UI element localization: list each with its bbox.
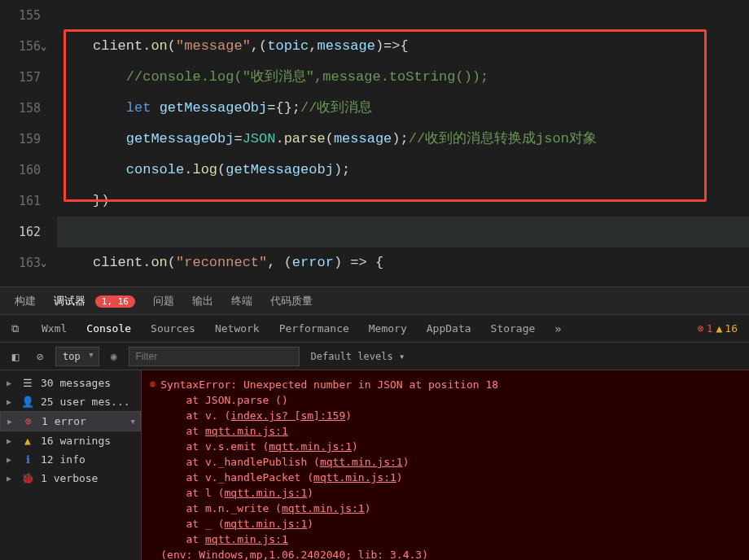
console-sidebar: ▶☰30 messages ▶👤25 user mes... ▶⊗1 error… — [0, 370, 142, 560]
line-number: 158 — [0, 93, 57, 124]
fold-icon[interactable]: ⌄ — [41, 41, 46, 52]
tabs-more-icon[interactable]: » — [554, 322, 561, 335]
context-select[interactable]: top — [55, 347, 99, 366]
error-icon: ⊗ — [698, 322, 704, 335]
sidebar-error[interactable]: ▶⊗1 error — [0, 411, 141, 431]
code-line[interactable] — [57, 0, 749, 31]
user-icon: 👤 — [21, 396, 34, 408]
sidebar-verbose[interactable]: ▶🐞1 verbose — [0, 469, 141, 488]
tab-terminal[interactable]: 终端 — [231, 294, 252, 308]
tab-network[interactable]: Network — [215, 322, 260, 335]
inspect-icon[interactable]: ⧉ — [11, 322, 19, 335]
tab-debugger[interactable]: 调试器 1, 16 — [54, 294, 135, 308]
sidebar-messages[interactable]: ▶☰30 messages — [0, 374, 141, 392]
code-line[interactable]: }) — [57, 186, 749, 217]
devtools-tabs: ⧉ Wxml Console Sources Network Performan… — [0, 315, 749, 343]
stack-line: at JSON.parse () — [160, 392, 498, 408]
tab-sources[interactable]: Sources — [151, 322, 195, 335]
code-line[interactable]: //console.log("收到消息",message.toString())… — [57, 62, 749, 93]
code-line[interactable] — [57, 217, 749, 247]
list-icon: ☰ — [21, 377, 34, 389]
stack-line: at _ (mqtt.min.js:1) — [160, 516, 498, 532]
warning-count-badge[interactable]: ▲ 16 — [716, 322, 738, 335]
tab-quality[interactable]: 代码质量 — [270, 294, 313, 308]
error-title: SyntaxError: Unexpected number in JSON a… — [160, 377, 498, 392]
line-number: 156 — [0, 31, 57, 62]
code-line[interactable]: client.on("message",(topic,message)=>{ — [57, 31, 749, 62]
tab-performance[interactable]: Performance — [279, 322, 349, 335]
sidebar-toggle-icon[interactable]: ◧ — [7, 350, 24, 363]
stack-line: at v._handlePacket (mqtt.min.js:1) — [160, 470, 498, 485]
error-env: (env: Windows,mp,1.06.2402040; lib: 3.4.… — [160, 547, 498, 560]
stack-line: at mqtt.min.js:1 — [160, 423, 498, 439]
error-stack: SyntaxError: Unexpected number in JSON a… — [160, 377, 498, 560]
stack-line: at v.s.emit (mqtt.min.js:1) — [160, 439, 498, 454]
tab-storage[interactable]: Storage — [491, 322, 536, 335]
clear-console-icon[interactable]: ⊘ — [31, 350, 49, 363]
stack-line: at m.n._write (mqtt.min.js:1) — [160, 501, 498, 516]
tab-console[interactable]: Console — [86, 322, 131, 335]
tab-memory[interactable]: Memory — [369, 322, 407, 335]
stack-line: at v. (index.js? [sm]:159) — [160, 408, 498, 423]
tab-output[interactable]: 输出 — [192, 294, 213, 308]
stack-lines: at JSON.parse () at v. (index.js? [sm]:1… — [160, 392, 498, 547]
stack-line: at l (mqtt.min.js:1) — [160, 485, 498, 501]
code-editor[interactable]: 155156⌄157158159160161162163⌄ client.on(… — [0, 0, 749, 287]
levels-select[interactable]: Default levels ▾ — [311, 351, 405, 362]
sidebar-usermes[interactable]: ▶👤25 user mes... — [0, 392, 141, 411]
sidebar-warnings[interactable]: ▶▲16 warnings — [0, 431, 141, 450]
live-expression-icon[interactable]: ◉ — [111, 350, 117, 362]
warning-icon: ▲ — [21, 435, 34, 447]
fold-icon[interactable]: ⌄ — [41, 257, 46, 269]
tab-build[interactable]: 构建 — [15, 294, 36, 308]
warning-icon: ▲ — [716, 322, 723, 335]
code-line[interactable]: let getMessageObj={};//收到消息 — [57, 93, 749, 124]
console-controls: ◧ ⊘ top ◉ Default levels ▾ — [0, 343, 749, 370]
line-number: 159 — [0, 124, 57, 155]
tab-wxml[interactable]: Wxml — [42, 322, 67, 335]
code-area[interactable]: client.on("message",(topic,message)=>{ /… — [57, 0, 749, 278]
error-count-badge[interactable]: ⊗ 1 — [698, 322, 713, 335]
line-number: 155 — [0, 0, 57, 31]
sidebar-info[interactable]: ▶ℹ12 info — [0, 450, 141, 469]
line-number: 161 — [0, 186, 57, 217]
line-number: 162 — [0, 217, 57, 247]
code-line[interactable]: console.log(getMessageobj); — [57, 155, 749, 186]
bug-icon: 🐞 — [21, 472, 34, 484]
error-dot-icon: ⊗ — [150, 377, 155, 560]
stack-line: at v._handlePublish (mqtt.min.js:1) — [160, 454, 498, 470]
console-output[interactable]: ⊗ SyntaxError: Unexpected number in JSON… — [142, 370, 749, 560]
tab-problems[interactable]: 问题 — [153, 294, 174, 308]
panel-tabs-primary: 构建 调试器 1, 16 问题 输出 终端 代码质量 — [0, 287, 749, 315]
line-number: 157 — [0, 62, 57, 93]
stack-line: at mqtt.min.js:1 — [160, 532, 498, 547]
info-icon: ℹ — [21, 453, 34, 466]
line-number: 163 — [0, 247, 57, 278]
tab-appdata[interactable]: AppData — [427, 322, 471, 335]
filter-input[interactable] — [129, 347, 300, 366]
error-icon: ⊗ — [22, 415, 35, 427]
bottom-panel: 构建 调试器 1, 16 问题 输出 终端 代码质量 ⧉ Wxml Consol… — [0, 287, 749, 560]
debugger-badge: 1, 16 — [95, 295, 135, 308]
code-line[interactable]: client.on("reconnect", (error) => { — [57, 247, 749, 278]
code-line[interactable]: getMessageObj=JSON.parse(message);//收到的消… — [57, 124, 749, 155]
line-gutter: 155156⌄157158159160161162163⌄ — [0, 0, 57, 287]
line-number: 160 — [0, 155, 57, 186]
